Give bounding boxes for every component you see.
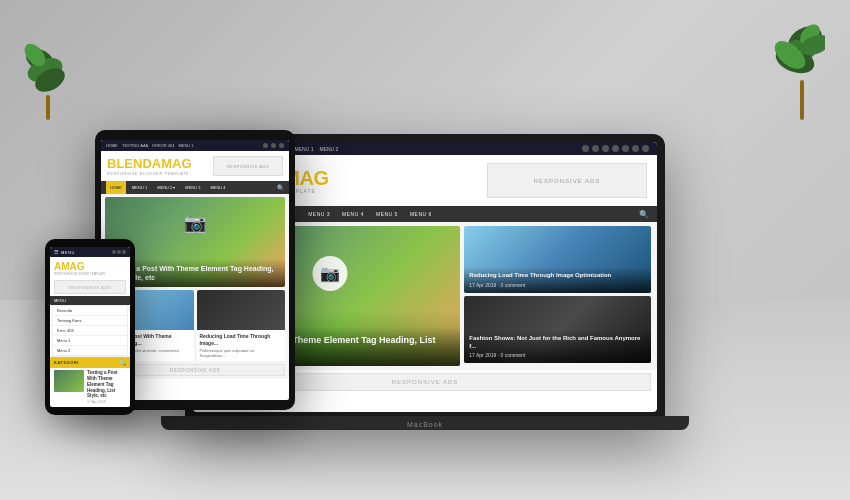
tablet-header-ads: RESPONSIVE ADS <box>213 156 283 176</box>
phone-social-3 <box>122 250 126 254</box>
laptop-sidebar-post-2-title: Fashion Shows: Not Just for the Rich and… <box>469 335 646 351</box>
phone-logo-mag: MAG <box>61 261 84 272</box>
tablet-social-icons <box>263 143 284 148</box>
phone-search-icon[interactable]: 🔍 <box>119 359 127 366</box>
tablet-logo: BLENDAMAG <box>107 156 192 171</box>
phone-menu-1[interactable]: Menu 1 <box>53 336 127 346</box>
tablet-nav-home: HOME <box>106 143 118 148</box>
phone-ads: RESPONSIVE ADS <box>54 280 126 294</box>
tablet-post-card-2: Reducing Load Time Through Image... Pell… <box>197 290 286 361</box>
phone-screen: ☰ MENU AMAG RESPONSIVE BLOGGER TEMPLATE <box>50 247 130 407</box>
devices-container: HOME TESTING AAA ERROR 404 MENU 1 MENU 2 <box>15 10 835 490</box>
phone-social-2 <box>117 250 121 254</box>
phone-menu-error[interactable]: Error 404 <box>53 326 127 336</box>
phone-post-1-thumb <box>54 370 84 392</box>
svg-rect-6 <box>800 80 804 120</box>
tablet-nav-menu1: MENU 1 <box>178 143 193 148</box>
laptop-nav-menu2: MENU 2 <box>320 146 339 152</box>
phone-category-label: KATEGORI <box>54 360 79 365</box>
youtube-icon <box>642 145 649 152</box>
phone-post-1-title: Testing a Post With Theme Element Tag He… <box>87 370 126 399</box>
tablet-logo-main: BLENDA <box>107 156 161 171</box>
phone-category-bar: KATEGORI 🔍 <box>50 357 130 368</box>
tablet-nav-error: ERROR 404 <box>152 143 174 148</box>
plant-left-decoration <box>20 40 80 120</box>
laptop-menu-6[interactable]: MENU 6 <box>405 206 437 222</box>
phone-menu-beranda[interactable]: Beranda <box>53 306 127 316</box>
laptop-sidebar-posts: Reducing Load Time Through Image Optimiz… <box>464 226 651 366</box>
phone-device: ☰ MENU AMAG RESPONSIVE BLOGGER TEMPLATE <box>45 239 135 415</box>
tablet-nav-testing: TESTING AAA <box>122 143 148 148</box>
laptop-search-icon[interactable]: 🔍 <box>639 210 649 219</box>
laptop-sidebar-post-2-meta: 17 Apr 2019 · 0 comment <box>469 352 646 358</box>
tablet-menu-2[interactable]: MENU 2 ▾ <box>153 181 179 194</box>
laptop-camera-icon: 📷 <box>312 256 347 291</box>
phone-menu-dropdown: Beranda Tentang Kami Error 404 Menu 1 Me… <box>52 305 128 357</box>
laptop-sidebar-post-1: Reducing Load Time Through Image Optimiz… <box>464 226 651 293</box>
phone-social-icons <box>112 250 126 254</box>
tablet-post-2-text: Pellentesque quis vulputate mi. Suspendi… <box>200 348 283 358</box>
laptop-sidebar-post-1-overlay: Reducing Load Time Through Image Optimiz… <box>464 267 651 293</box>
tablet-top-nav: HOME TESTING AAA ERROR 404 MENU 1 <box>101 140 289 151</box>
phone-menu-bar: MENU <box>50 296 130 305</box>
dribbble-icon <box>622 145 629 152</box>
tablet-menu-4[interactable]: MENU 4 <box>206 181 229 194</box>
laptop-menu-5[interactable]: MENU 5 <box>371 206 403 222</box>
phone-post-1-meta: 17 Apr 2019 <box>87 400 126 404</box>
tablet-twitter-icon <box>271 143 276 148</box>
tablet-menu: HOME MENU 1 MENU 2 ▾ MENU 3 MENU 4 🔍 <box>101 181 289 194</box>
laptop-menu-3[interactable]: MENU 3 <box>303 206 335 222</box>
tablet-post-2-title: Reducing Load Time Through Image... <box>200 333 283 346</box>
laptop-header-ads: RESPONSIVE ADS <box>487 163 647 198</box>
plant-right-decoration <box>745 20 825 120</box>
phone-logo: AMAG <box>54 261 126 272</box>
laptop-base <box>161 416 689 430</box>
tablet-featured-title: Testing a Post With Theme Element Tag He… <box>110 264 280 282</box>
tablet-menu-3[interactable]: MENU 3 <box>181 181 204 194</box>
phone-menu-2[interactable]: Menu 2 <box>53 346 127 356</box>
laptop-menu-4[interactable]: MENU 4 <box>337 206 369 222</box>
pinterest-icon <box>612 145 619 152</box>
tablet-post-2-image <box>197 290 286 330</box>
laptop-nav-menu1: MENU 1 <box>295 146 314 152</box>
facebook-icon <box>582 145 589 152</box>
phone-post-card-1: Testing a Post With Theme Element Tag He… <box>54 370 126 407</box>
laptop-sidebar-post-2-overlay: Fashion Shows: Not Just for the Rich and… <box>464 330 651 364</box>
tablet-nav-links: HOME TESTING AAA ERROR 404 MENU 1 <box>106 143 194 148</box>
googleplus-icon <box>602 145 609 152</box>
instagram-icon <box>632 145 639 152</box>
phone-menu-bar-label: MENU <box>54 298 66 303</box>
laptop-sidebar-post-2: Fashion Shows: Not Just for the Rich and… <box>464 296 651 363</box>
tablet-menu-1[interactable]: MENU 1 <box>128 181 151 194</box>
tablet-post-2-body: Reducing Load Time Through Image... Pell… <box>197 330 286 361</box>
twitter-icon <box>592 145 599 152</box>
tablet-menu-home[interactable]: HOME <box>106 181 126 194</box>
tablet-logo-highlight: MAG <box>161 156 191 171</box>
tablet-header: BLENDAMAG RESPONSIVE BLOGGER TEMPLATE RE… <box>101 151 289 181</box>
phone-menu-label: MENU <box>61 250 75 255</box>
phone-nav: ☰ MENU <box>50 247 130 257</box>
tablet-camera-icon: 📷 <box>184 212 206 234</box>
phone-hamburger-icon: ☰ <box>54 249 58 255</box>
phone-logo-sub: RESPONSIVE BLOGGER TEMPLATE <box>54 272 126 276</box>
phone-header: AMAG RESPONSIVE BLOGGER TEMPLATE <box>50 257 130 278</box>
laptop-sidebar-post-1-title: Reducing Load Time Through Image Optimiz… <box>469 272 646 280</box>
phone-post-1-info: Testing a Post With Theme Element Tag He… <box>87 370 126 404</box>
svg-rect-11 <box>46 95 50 120</box>
tablet-search-icon[interactable]: 🔍 <box>277 184 284 191</box>
phone-menu-tentang[interactable]: Tentang Kami <box>53 316 127 326</box>
tablet-facebook-icon <box>263 143 268 148</box>
tablet-logo-sub: RESPONSIVE BLOGGER TEMPLATE <box>107 171 192 176</box>
phone-social-1 <box>112 250 116 254</box>
phone-outer: ☰ MENU AMAG RESPONSIVE BLOGGER TEMPLATE <box>45 239 135 415</box>
tablet-logo-container: BLENDAMAG RESPONSIVE BLOGGER TEMPLATE <box>107 156 192 176</box>
tablet-google-icon <box>279 143 284 148</box>
laptop-sidebar-post-1-meta: 17 Apr 2019 · 0 comment <box>469 282 646 288</box>
laptop-social-icons <box>582 145 649 152</box>
